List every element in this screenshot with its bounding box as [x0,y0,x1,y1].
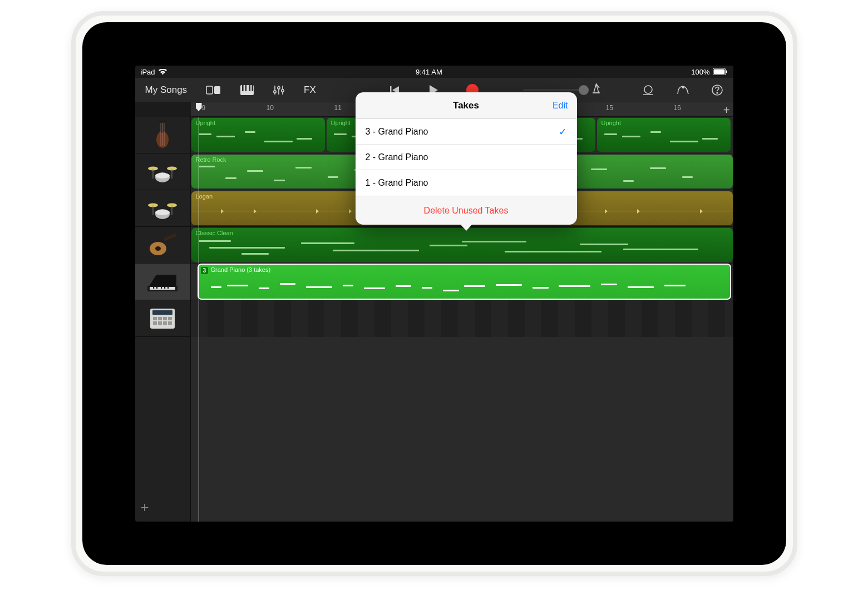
ruler-num: 10 [267,104,274,112]
svg-rect-54 [153,317,157,320]
svg-rect-48 [156,287,157,289]
device-label: iPad [141,68,155,76]
svg-point-37 [155,210,170,215]
svg-rect-53 [152,310,172,315]
svg-point-43 [155,246,161,251]
fx-button[interactable]: FX [299,82,320,98]
region-selected[interactable]: 3 Grand Piano (3 takes) [198,264,731,300]
region[interactable]: Upright [597,118,731,152]
svg-rect-59 [158,321,162,325]
screen: iPad 9:41 AM 100% My Songs FX [135,66,733,522]
svg-rect-55 [158,317,162,320]
wifi-icon [159,69,167,75]
view-browser-icon[interactable] [201,82,226,98]
ruler-num: 11 [334,104,342,112]
svg-point-21 [682,86,684,88]
svg-point-15 [282,89,284,91]
status-bar: iPad 9:41 AM 100% [135,66,733,78]
piano-icon [145,268,180,296]
settings-icon[interactable] [672,82,693,98]
svg-rect-2 [726,71,727,73]
metronome-icon[interactable] [591,83,601,97]
svg-rect-57 [168,317,172,320]
drums-icon [145,195,180,222]
svg-point-19 [644,86,652,93]
svg-point-23 [717,92,718,93]
svg-rect-4 [214,86,220,94]
svg-rect-7 [245,85,247,91]
svg-point-31 [155,173,170,178]
ipad-frame: iPad 9:41 AM 100% My Songs FX [71,11,797,576]
popover-edit-button[interactable]: Edit [553,101,568,111]
svg-rect-8 [249,85,251,91]
track-lane-selected[interactable]: 3 Grand Piano (3 takes) [191,264,733,300]
delete-unused-button[interactable]: Delete Unused Takes [356,196,577,225]
popover-title: Takes [453,100,479,111]
drums-icon [145,158,180,186]
arrangement-area[interactable]: Upright Upright Upright Upright Retro Ro… [191,117,733,522]
svg-rect-6 [242,85,244,91]
track-header[interactable] [135,153,190,190]
svg-rect-1 [714,70,725,75]
ruler-num: 9 [202,104,206,112]
svg-rect-3 [206,86,213,94]
help-icon[interactable] [707,82,728,98]
add-track-icon[interactable]: + [141,499,149,516]
region[interactable]: Classic Clean [191,228,733,262]
track-header[interactable] [135,300,190,337]
take-item[interactable]: 1 - Grand Piano [356,170,577,196]
take-item[interactable]: 2 - Grand Piano [356,145,577,170]
ruler-num: 15 [606,104,613,112]
battery-label: 100% [691,68,709,76]
mixer-icon[interactable] [268,82,289,98]
track-header[interactable] [135,227,190,264]
svg-rect-44 [164,233,177,241]
guitar-icon [145,231,180,259]
track-lane[interactable] [191,300,733,337]
track-headers: + [135,117,191,522]
checkmark-icon: ✓ [559,126,567,138]
add-region-icon[interactable]: + [723,104,730,117]
svg-point-14 [278,86,280,88]
take-item[interactable]: 3 - Grand Piano✓ [356,119,577,145]
svg-rect-47 [153,287,154,289]
svg-rect-9 [252,85,254,91]
my-songs-button[interactable]: My Songs [141,82,192,98]
track-header-selected[interactable] [135,264,190,300]
sampler-icon [145,305,180,333]
takes-popover: Takes Edit 3 - Grand Piano✓ 2 - Grand Pi… [356,92,577,225]
svg-rect-56 [163,317,167,320]
playhead[interactable] [199,117,199,522]
ruler-num: 16 [674,104,681,112]
cello-icon [145,121,180,149]
track-header[interactable] [135,190,190,227]
svg-rect-26 [158,121,167,122]
svg-rect-58 [153,321,157,325]
track-lane[interactable]: Classic Clean [191,227,733,264]
svg-rect-60 [163,321,167,325]
battery-icon [713,68,727,75]
svg-rect-50 [164,287,165,289]
region[interactable]: Upright [191,118,325,152]
track-header[interactable] [135,117,190,153]
loop-icon[interactable] [638,82,659,98]
clock: 9:41 AM [416,68,442,76]
svg-rect-61 [168,321,172,325]
svg-point-13 [274,90,276,92]
svg-rect-49 [161,287,162,289]
svg-rect-51 [167,287,169,289]
keyboard-icon[interactable] [236,82,258,98]
